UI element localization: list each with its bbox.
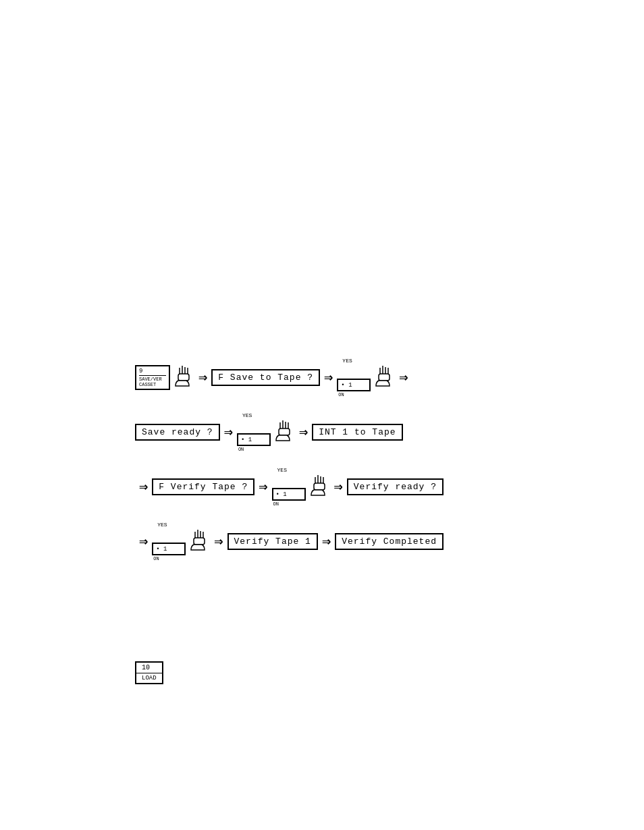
on-label-4: ON <box>153 556 159 561</box>
screen-verify-ready: Verify ready ? <box>347 478 444 495</box>
on-label-2: ON <box>238 447 244 452</box>
key-number: 9 <box>139 368 166 376</box>
key-label-savever: SAVE/VER <box>139 377 166 382</box>
screen-int1-tape: INT 1 to Tape <box>312 424 402 441</box>
row-1: 9 SAVE/VER CASSET ⇒ F Save to Tape ? ⇒ Y… <box>135 358 608 397</box>
diagram-area: 9 SAVE/VER CASSET ⇒ F Save to Tape ? ⇒ Y… <box>135 358 608 576</box>
arrow-1b: ⇒ <box>324 368 333 387</box>
row-4: ⇒ YES • 1 ON ⇒ Verify Tape 1 ⇒ <box>135 522 608 561</box>
yes-label-4: YES <box>157 522 167 528</box>
screen-save-to-tape: F Save to Tape ? <box>211 369 320 386</box>
load-label: LOAD <box>136 673 162 683</box>
svg-rect-9 <box>379 374 390 381</box>
on-label-3: ON <box>273 501 279 507</box>
yes-label-3: YES <box>277 467 287 473</box>
arrow-3c: ⇒ <box>334 478 343 496</box>
key-hand-group-1: YES • 1 ON <box>337 358 395 397</box>
arrow-4c: ⇒ <box>322 532 331 551</box>
key-hand-group-2: YES • 1 ON <box>237 412 295 452</box>
row-3: ⇒ F Verify Tape ? ⇒ YES • 1 ON ⇒ <box>135 467 608 507</box>
arrow-1a: ⇒ <box>198 368 207 387</box>
hand-icon-4 <box>186 528 210 555</box>
bottom-section: 10 LOAD <box>135 661 163 684</box>
arrow-2a: ⇒ <box>224 423 233 441</box>
key-hand-group-4: YES • 1 ON <box>152 522 210 561</box>
hand-icon-1b <box>371 364 395 391</box>
arrow-3b: ⇒ <box>259 478 267 496</box>
save-cassette-key: 9 SAVE/VER CASSET <box>135 365 170 390</box>
arrow-4b: ⇒ <box>214 532 223 551</box>
hand-icon-1a <box>170 364 194 391</box>
hand-icon-3 <box>306 474 330 501</box>
yes-key-1: • 1 <box>337 379 371 391</box>
arrow-2b: ⇒ <box>299 423 308 441</box>
load-number: 10 <box>136 663 162 673</box>
arrow-1c: ⇒ <box>399 368 408 387</box>
yes-label-1: YES <box>342 358 352 364</box>
yes-key-2: • 1 <box>237 433 271 446</box>
arrow-3a: ⇒ <box>139 478 148 496</box>
screen-save-ready: Save ready ? <box>135 424 220 441</box>
load-key: 10 LOAD <box>135 661 163 684</box>
yes-label-2: YES <box>242 412 252 418</box>
screen-verify-tape-1: Verify Tape 1 <box>227 533 318 550</box>
svg-rect-24 <box>194 538 205 545</box>
arrow-4a: ⇒ <box>139 532 148 551</box>
svg-rect-14 <box>279 428 290 435</box>
yes-key-4: • 1 <box>152 543 186 555</box>
screen-verify-completed: Verify Completed <box>335 533 444 550</box>
screen-verify-tape-q: F Verify Tape ? <box>152 478 254 495</box>
hand-icon-2 <box>271 419 295 446</box>
key-hand-group-3: YES • 1 ON <box>272 467 330 507</box>
key-label-casset: CASSET <box>139 382 166 387</box>
svg-rect-4 <box>178 374 189 381</box>
yes-key-3: • 1 <box>272 488 306 501</box>
svg-rect-19 <box>314 483 325 490</box>
on-label-1: ON <box>338 392 344 397</box>
row-2: Save ready ? ⇒ YES • 1 ON ⇒ INT 1 to <box>135 412 608 452</box>
